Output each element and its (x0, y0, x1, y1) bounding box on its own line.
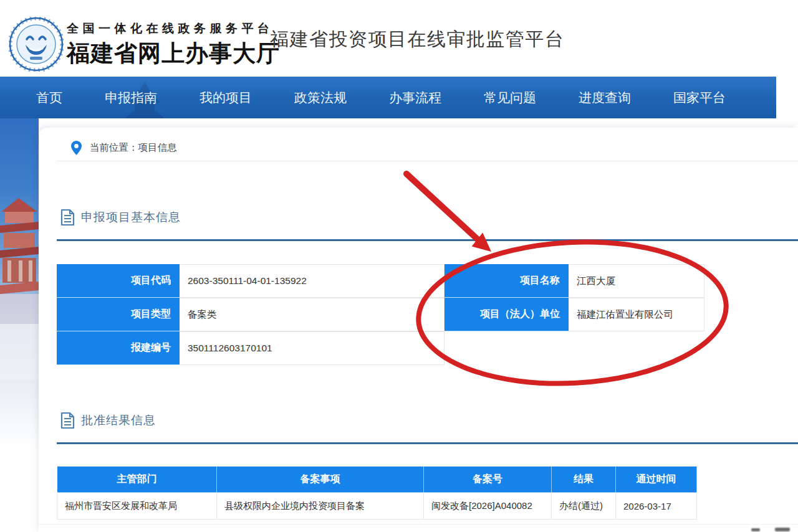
legal-entity-label: 项目（法人）单位 (445, 298, 569, 331)
cell-pass-time: 2026-03-17 (616, 493, 697, 520)
nav-item-policies[interactable]: 政策法规 (294, 89, 347, 107)
cell-filing-number: 闽发改备[2026]A040082 (424, 493, 552, 520)
table-row: 项目类型 备案类 (57, 298, 445, 331)
section-approval-result-rule (57, 442, 798, 444)
nav-item-declaration-guide[interactable]: 申报指南 (105, 89, 157, 107)
cell-filing-item: 县级权限内企业境内投资项目备案 (217, 493, 424, 520)
column-header-filing-item: 备案事项 (217, 467, 424, 493)
bottom-divider (39, 524, 798, 525)
column-header-filing-number: 备案号 (424, 467, 552, 493)
nav-item-home[interactable]: 首页 (36, 89, 62, 107)
nav-item-process[interactable]: 办事流程 (389, 89, 441, 107)
column-header-department: 主管部门 (57, 467, 217, 493)
table-row: 项目（法人）单位 福建江佑置业有限公司 (445, 298, 704, 331)
bottom-edge-artifact (751, 528, 760, 531)
section-basic-info-title: 申报项目基本信息 (81, 209, 181, 226)
column-header-pass-time: 通过时间 (616, 467, 697, 493)
page-title: 福建省投资项目在线审批监管平台 (270, 27, 565, 52)
approval-result-table: 主管部门 备案事项 备案号 结果 通过时间 福州市晋安区发展和改革局 县级权限内… (57, 466, 697, 520)
site-header: 全国一体化在线政务服务平台 福建省网上办事大厅 福建省投资项目在线审批监管平台 (0, 0, 798, 77)
construction-number-label: 报建编号 (57, 331, 180, 365)
main-nav: 首页 申报指南 我的项目 政策法规 办事流程 常见问题 进度查询 国家平台 (0, 77, 776, 118)
project-type-label: 项目类型 (57, 298, 180, 331)
breadcrumb: 当前位置：项目信息 (71, 141, 177, 155)
section-basic-info-rule (57, 239, 798, 241)
breadcrumb-text: 当前位置：项目信息 (90, 141, 177, 154)
document-icon (60, 209, 75, 226)
breadcrumb-divider (56, 161, 798, 161)
project-name-value: 江西大厦 (569, 264, 704, 298)
portal-wordmark: 全国一体化在线政务服务平台 福建省网上办事大厅 (67, 21, 272, 69)
pagoda-scenery-icon (0, 118, 39, 449)
cell-department: 福州市晋安区发展和改革局 (57, 493, 217, 520)
section-approval-result-title: 批准结果信息 (81, 412, 156, 429)
table-row: 报建编号 3501112603170101 (57, 331, 445, 365)
platform-tagline: 全国一体化在线政务服务平台 (67, 21, 272, 37)
column-header-result: 结果 (552, 467, 616, 493)
location-pin-icon (71, 141, 82, 155)
project-type-value: 备案类 (180, 298, 445, 331)
nav-item-national-platform[interactable]: 国家平台 (673, 89, 726, 107)
project-info-page: 全国一体化在线政务服务平台 福建省网上办事大厅 福建省投资项目在线审批监管平台 … (0, 0, 798, 532)
project-name-label: 项目名称 (445, 264, 569, 298)
section-approval-result-header: 批准结果信息 (60, 412, 156, 429)
document-icon (60, 412, 75, 429)
table-header-row: 主管部门 备案事项 备案号 结果 通过时间 (57, 467, 697, 493)
smiley-logo-icon (9, 17, 64, 72)
background-scenery (0, 118, 39, 449)
portal-logo[interactable] (9, 17, 64, 72)
table-row: 项目名称 江西大厦 (445, 264, 704, 298)
table-row: 福州市晋安区发展和改革局 县级权限内企业境内投资项目备案 闽发改备[2026]A… (57, 493, 697, 520)
project-code-label: 项目代码 (57, 264, 180, 298)
nav-item-progress-query[interactable]: 进度查询 (579, 89, 631, 107)
portal-name: 福建省网上办事大厅 (67, 38, 272, 69)
bottom-edge-artifact (775, 528, 790, 531)
nav-item-my-projects[interactable]: 我的项目 (200, 89, 252, 107)
project-code-value: 2603-350111-04-01-135922 (180, 264, 445, 298)
legal-entity-value: 福建江佑置业有限公司 (569, 298, 704, 331)
section-basic-info-header: 申报项目基本信息 (60, 209, 181, 226)
nav-item-faq[interactable]: 常见问题 (484, 89, 536, 107)
cell-result: 办结(通过) (552, 493, 616, 520)
table-row: 项目代码 2603-350111-04-01-135922 (57, 264, 445, 298)
construction-number-value: 3501112603170101 (180, 331, 445, 365)
